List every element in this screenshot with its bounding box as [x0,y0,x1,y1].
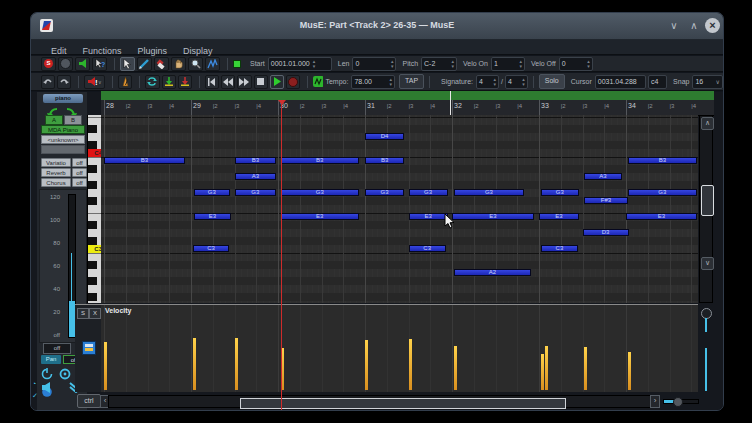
midi-panic-button[interactable]: ! ∨ [84,75,105,89]
solo-button[interactable]: Solo [539,74,565,89]
black-key-F#3[interactable] [88,197,97,205]
marked-key-C4[interactable]: C4 [88,149,101,157]
speaker-cyan-icon[interactable] [42,382,57,393]
tempo-spinbox[interactable]: 78.00▴▾ [351,75,395,89]
forward-button[interactable] [237,75,251,89]
black-key-D#3[interactable] [88,221,97,229]
velocity-bar[interactable] [454,346,457,390]
midi-note-F#3[interactable]: F#3 [584,197,628,204]
velocity-bar[interactable] [584,347,587,390]
velocity-bar[interactable] [365,340,368,390]
midi-note-E3[interactable]: E3 [409,213,448,220]
len-spinbox[interactable]: 0▴▾ [352,57,396,71]
midi-note-B3[interactable]: B3 [104,157,185,164]
horizontal-scrollbar[interactable] [108,395,651,408]
midi-note-B3[interactable]: B3 [281,157,359,164]
solo-icon-button[interactable]: S [41,57,56,71]
zoom-slider-knob[interactable] [673,397,683,407]
rewind-start-button[interactable] [205,75,219,89]
midi-note-A3[interactable]: A3 [584,173,621,180]
controller-close-button[interactable]: X [89,308,101,319]
loop-button[interactable] [145,75,159,89]
snap-dropdown[interactable]: 16∨ [692,75,722,89]
scroll-down-button[interactable]: ∨ [701,257,714,270]
velocity-bar[interactable] [193,338,196,390]
close-button[interactable]: × [705,18,720,33]
midi-note-G3[interactable]: G3 [281,189,359,196]
velocity-bar[interactable] [545,346,548,390]
midi-note-D3[interactable]: D3 [583,229,629,236]
black-key-C#3[interactable] [88,237,97,245]
midi-note-G3[interactable]: G3 [194,189,231,196]
whats-this-button[interactable]: ? [92,57,107,71]
tap-button[interactable]: TAP [399,74,424,89]
midi-note-G3[interactable]: G3 [409,189,448,196]
controller-dropdown[interactable]: <unknown> [41,135,85,144]
stop-button[interactable] [254,75,268,89]
midi-note-B3[interactable]: B3 [235,157,277,164]
black-key-C#4[interactable] [88,141,97,149]
midi-note-G3[interactable]: G3 [235,189,277,196]
midi-note-B3[interactable]: B3 [365,157,404,164]
reverb-send-row[interactable]: Reverboff [41,168,87,177]
eraser-tool-button[interactable] [154,57,169,71]
minimize-button[interactable]: ∨ [667,19,681,33]
panic-button[interactable] [58,57,73,71]
marked-key-C3[interactable]: C3 [88,245,101,253]
chorus-send-row[interactable]: Chorusoff [41,178,87,187]
zoom-slider[interactable] [663,399,699,404]
midi-note-D4[interactable]: D4 [365,133,404,140]
midi-note-G3[interactable]: G3 [628,189,697,196]
midi-note-G3[interactable]: G3 [454,189,524,196]
pointer-tool-button[interactable] [120,57,135,71]
midi-note-C3[interactable]: C3 [193,245,230,252]
piano-keyboard[interactable]: C4C3 [87,115,101,303]
midi-note-B3[interactable]: B3 [628,157,697,164]
velocity-bar[interactable] [409,339,412,390]
midi-note-E3[interactable]: E3 [539,213,579,220]
sig-num-spinbox[interactable]: 4▴▾ [476,75,499,89]
punch-in-button[interactable] [162,75,176,89]
note-canvas[interactable]: D4B3B3B3B3B3A3A3G3G3G3G3G3G3G3G3F#3E3E3E… [101,115,698,303]
play-button[interactable] [270,75,284,89]
black-key-A#3[interactable] [88,165,97,173]
black-key-A#2[interactable] [88,261,97,269]
metronome-button[interactable] [118,75,132,89]
velocity-bar[interactable] [541,354,544,390]
midi-note-E3[interactable]: E3 [626,213,697,220]
instrument-selector[interactable]: piano [43,94,83,103]
controller-solo-button[interactable]: S [77,308,89,319]
variation-send-row[interactable]: Variatiooff [41,158,87,167]
controller-b-button[interactable]: B [64,115,82,125]
controller-a-button[interactable]: A [45,115,63,125]
velocity-bar[interactable] [628,352,631,390]
controller-select-icon[interactable] [82,341,96,355]
pitch-spinbox[interactable]: C-2▴▾ [421,57,457,71]
black-key-D#4[interactable] [88,125,97,133]
scroll-up-button[interactable]: ∧ [701,117,714,130]
patch-selector[interactable]: MDA Piano [41,125,85,134]
playhead-marker[interactable] [278,100,286,105]
midi-note-A2[interactable]: A2 [454,269,531,276]
zoom-tool-button[interactable] [188,57,203,71]
black-key-G#3[interactable] [88,181,97,189]
sig-den-spinbox[interactable]: 4▴▾ [505,75,528,89]
midi-note-E3[interactable]: E3 [194,213,231,220]
draw-tool-button[interactable] [205,57,220,71]
step-record-led[interactable] [233,60,241,68]
velo-off-spinbox[interactable]: 0▴▾ [559,57,593,71]
timeline-ruler[interactable]: 28|2|3|429|2|3|430|2|3|431|2|3|432|2|3|4… [101,100,714,116]
punch-out-button[interactable] [178,75,192,89]
midi-note-A3[interactable]: A3 [235,173,277,180]
scroll-right-button[interactable]: › [650,395,660,408]
velocity-bar[interactable] [104,342,107,390]
volume-value-box[interactable]: off [43,343,71,354]
redo-button[interactable] [57,75,71,89]
horizontal-scroll-thumb[interactable] [240,398,566,409]
ctrl-button[interactable]: ctrl [77,394,101,408]
lane-splitter-slider[interactable] [701,308,711,391]
midi-note-G3[interactable]: G3 [541,189,579,196]
midi-note-C3[interactable]: C3 [541,245,578,252]
midi-note-C3[interactable]: C3 [409,245,446,252]
vertical-scroll-thumb[interactable] [701,185,714,216]
